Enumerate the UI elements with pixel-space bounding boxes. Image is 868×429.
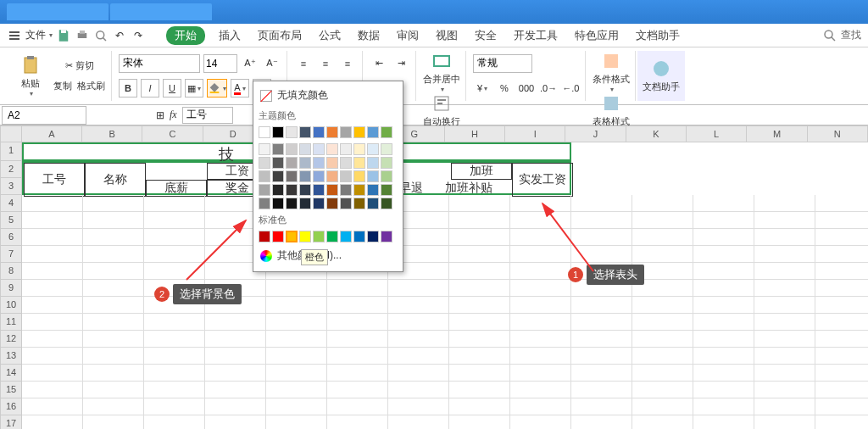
color-swatch[interactable] xyxy=(286,157,298,169)
color-swatch[interactable] xyxy=(272,126,284,138)
tab-security[interactable]: 安全 xyxy=(471,26,500,45)
color-swatch[interactable] xyxy=(259,143,270,155)
preview-icon[interactable] xyxy=(93,28,108,43)
color-swatch[interactable] xyxy=(367,198,379,209)
copy-button[interactable]: 复制 xyxy=(53,77,73,96)
color-swatch[interactable] xyxy=(381,184,392,196)
color-swatch[interactable] xyxy=(259,184,270,196)
cut-button[interactable]: ✂剪切 xyxy=(53,57,106,75)
color-swatch[interactable] xyxy=(326,231,338,242)
underline-button[interactable]: U xyxy=(163,79,181,98)
color-swatch[interactable] xyxy=(259,170,270,182)
col-A[interactable]: A xyxy=(22,125,82,142)
color-swatch[interactable] xyxy=(286,184,298,196)
tab-view[interactable]: 视图 xyxy=(432,26,461,45)
file-menu[interactable]: 文件▾ xyxy=(25,28,53,42)
col-M[interactable]: M xyxy=(747,125,807,142)
increase-font-button[interactable]: A⁺ xyxy=(241,54,259,73)
row-4[interactable]: 4 xyxy=(0,195,22,212)
fx-icon[interactable]: fx xyxy=(170,109,177,121)
col-B[interactable]: B xyxy=(82,125,142,142)
row-12[interactable]: 12 xyxy=(0,331,22,348)
color-swatch[interactable] xyxy=(340,170,352,182)
color-swatch[interactable] xyxy=(299,231,311,242)
color-swatch[interactable] xyxy=(259,231,270,242)
doc-tab-1[interactable] xyxy=(7,3,108,20)
color-swatch[interactable] xyxy=(381,157,392,169)
increase-indent-button[interactable]: ⇥ xyxy=(392,54,410,73)
color-swatch[interactable] xyxy=(259,126,270,138)
color-swatch[interactable] xyxy=(326,126,338,138)
color-swatch[interactable] xyxy=(367,157,379,169)
fill-color-button[interactable]: ▾ xyxy=(207,79,227,98)
tab-data[interactable]: 数据 xyxy=(354,26,383,45)
color-swatch[interactable] xyxy=(299,126,311,138)
tab-home[interactable]: 开始 xyxy=(166,26,205,45)
row-11[interactable]: 11 xyxy=(0,314,22,331)
tab-formula[interactable]: 公式 xyxy=(315,26,344,45)
row-5[interactable]: 5 xyxy=(0,212,22,229)
row-13[interactable]: 13 xyxy=(0,348,22,365)
color-swatch[interactable] xyxy=(272,231,284,242)
hdr-overtime[interactable]: 加班 xyxy=(451,163,512,180)
color-swatch[interactable] xyxy=(286,231,298,242)
color-swatch[interactable] xyxy=(353,126,365,138)
color-swatch[interactable] xyxy=(299,157,311,169)
align-middle-button[interactable]: ≡ xyxy=(316,54,335,73)
comma-button[interactable]: 000 xyxy=(517,79,536,98)
hdr-net[interactable]: 实发工资 xyxy=(512,163,573,197)
row-2[interactable]: 2 xyxy=(0,161,22,178)
row-9[interactable]: 9 xyxy=(0,280,22,297)
color-swatch[interactable] xyxy=(299,198,311,209)
color-swatch[interactable] xyxy=(353,231,365,242)
color-swatch[interactable] xyxy=(381,231,392,242)
no-fill-option[interactable]: 无填充颜色 xyxy=(257,85,399,106)
row-17[interactable]: 17 xyxy=(0,415,22,429)
color-swatch[interactable] xyxy=(340,231,352,242)
paste-button[interactable]: 粘贴▾ xyxy=(12,55,49,98)
color-swatch[interactable] xyxy=(367,143,379,155)
col-L[interactable]: L xyxy=(687,125,747,142)
format-painter-button[interactable]: 格式刷 xyxy=(76,77,106,96)
color-swatch[interactable] xyxy=(340,184,352,196)
tab-dev[interactable]: 开发工具 xyxy=(510,26,561,45)
select-all-corner[interactable] xyxy=(0,125,22,142)
color-swatch[interactable] xyxy=(353,184,365,196)
color-swatch[interactable] xyxy=(326,184,338,196)
doc-tab-2[interactable] xyxy=(110,3,212,20)
hdr-ot-allow[interactable]: 加班补贴 xyxy=(426,180,512,197)
doc-assistant-button[interactable]: 文档助手 xyxy=(643,58,680,93)
color-swatch[interactable] xyxy=(367,231,379,242)
color-swatch[interactable] xyxy=(299,170,311,182)
color-swatch[interactable] xyxy=(286,143,298,155)
color-swatch[interactable] xyxy=(340,157,352,169)
col-K[interactable]: K xyxy=(626,125,687,142)
color-swatch[interactable] xyxy=(313,157,325,169)
tab-special[interactable]: 特色应用 xyxy=(571,26,622,45)
hdr-id[interactable]: 工号 xyxy=(24,163,85,197)
col-J[interactable]: J xyxy=(565,125,626,142)
color-swatch[interactable] xyxy=(286,126,298,138)
color-swatch[interactable] xyxy=(313,126,325,138)
color-swatch[interactable] xyxy=(353,170,365,182)
italic-button[interactable]: I xyxy=(141,79,159,98)
decrease-indent-button[interactable]: ⇤ xyxy=(370,54,388,73)
wrap-text-button[interactable]: 自动换行 xyxy=(423,93,460,128)
color-swatch[interactable] xyxy=(259,157,270,169)
color-swatch[interactable] xyxy=(286,170,298,182)
align-top-button[interactable]: ≡ xyxy=(294,54,313,73)
tab-doc-assistant[interactable]: 文档助手 xyxy=(632,26,683,45)
color-swatch[interactable] xyxy=(313,198,325,209)
color-swatch[interactable] xyxy=(326,143,338,155)
currency-button[interactable]: ¥▾ xyxy=(473,79,492,98)
color-swatch[interactable] xyxy=(381,143,392,155)
color-swatch[interactable] xyxy=(381,126,392,138)
hamburger-icon[interactable] xyxy=(7,28,22,43)
color-swatch[interactable] xyxy=(313,184,325,196)
hdr-name[interactable]: 名称 xyxy=(85,163,146,197)
percent-button[interactable]: % xyxy=(495,79,514,98)
insert-fn-icon[interactable]: ⊞ xyxy=(156,109,164,121)
color-swatch[interactable] xyxy=(326,170,338,182)
row-14[interactable]: 14 xyxy=(0,365,22,382)
color-swatch[interactable] xyxy=(326,198,338,209)
